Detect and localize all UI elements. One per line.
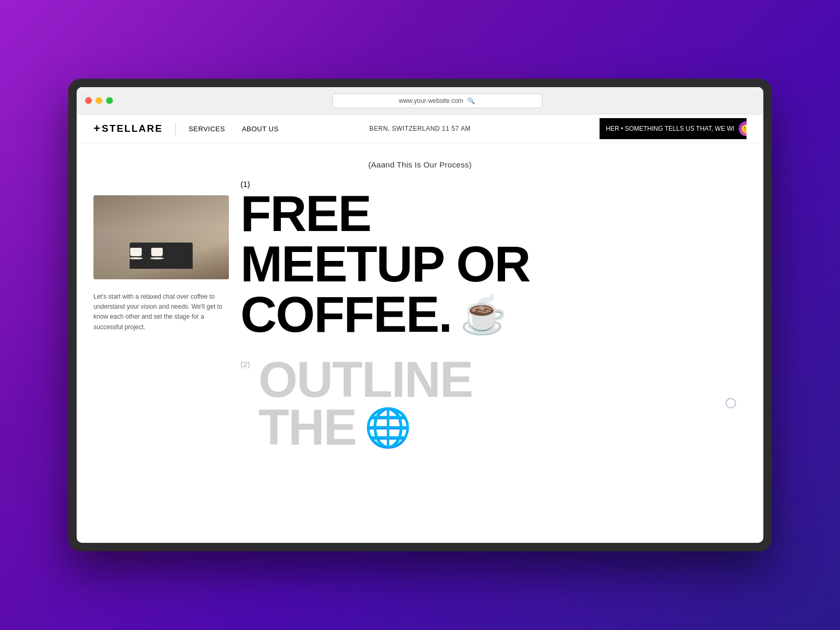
nav-services[interactable]: SERVICES bbox=[188, 125, 225, 133]
left-column: Let's start with a relaxed chat over cof… bbox=[93, 180, 240, 332]
circle-dot-indicator bbox=[726, 398, 736, 408]
step1-description: Let's start with a relaxed chat over cof… bbox=[93, 292, 229, 332]
cup-saucer-1 bbox=[129, 257, 143, 259]
logo-plus: + bbox=[93, 122, 101, 135]
cup-2 bbox=[151, 248, 164, 259]
main-content: (Aaand This Is Our Process) bbox=[77, 143, 763, 543]
step1-line3-text: COFFEE. bbox=[240, 289, 452, 340]
nav-ticker: HER • SOMETHING TELLS US THAT, WE WI 🤫 bbox=[600, 118, 747, 139]
logo[interactable]: + STELLARE bbox=[93, 122, 163, 135]
nav-about-us[interactable]: ABOUT US bbox=[242, 125, 279, 133]
step1-line1: FREE bbox=[240, 188, 747, 239]
content-layout: Let's start with a relaxed chat over cof… bbox=[77, 180, 763, 451]
process-subtitle: (Aaand This Is Our Process) bbox=[77, 160, 763, 169]
logo-name: STELLARE bbox=[102, 123, 163, 134]
laptop-frame: www.your-website.com 🔍 + STELLARE SERVIC… bbox=[68, 79, 772, 551]
address-bar[interactable]: www.your-website.com 🔍 bbox=[332, 93, 542, 108]
cup-body-2 bbox=[151, 248, 163, 256]
search-icon: 🔍 bbox=[467, 97, 475, 104]
coffee-photo bbox=[93, 195, 229, 279]
url-text: www.your-website.com bbox=[399, 97, 464, 104]
step-2-section: (2) OUTLINE THE 🌐 bbox=[240, 355, 747, 451]
step2-number: (2) bbox=[240, 360, 250, 369]
nav-location: BERN, SWITZERLAND 11 57 AM bbox=[369, 125, 470, 132]
website-content: + STELLARE SERVICES ABOUT US BERN, SWITZ… bbox=[77, 114, 763, 543]
cup-1 bbox=[130, 248, 143, 259]
step2-text-block: OUTLINE THE 🌐 bbox=[258, 355, 472, 451]
nav-links: SERVICES ABOUT US bbox=[188, 124, 279, 133]
maximize-button[interactable] bbox=[106, 97, 113, 104]
ticker-text: HER • SOMETHING TELLS US THAT, WE WI bbox=[606, 125, 734, 132]
step-1-section: (1) FREE MEETUP OR COFFEE. ☕ bbox=[240, 180, 747, 340]
coffee-cup-emoji: ☕ bbox=[460, 296, 506, 333]
coffee-photo-bg bbox=[93, 195, 229, 279]
browser-chrome: www.your-website.com 🔍 bbox=[77, 87, 763, 114]
ticker-avatar: 🤫 bbox=[739, 121, 747, 136]
step2-line2-text: THE bbox=[258, 403, 356, 451]
step2-line2: THE 🌐 bbox=[258, 403, 472, 451]
close-button[interactable] bbox=[85, 97, 92, 104]
ticker-emoji: 🤫 bbox=[741, 124, 747, 134]
minimize-button[interactable] bbox=[96, 97, 102, 104]
globe-emoji: 🌐 bbox=[364, 410, 411, 445]
right-column: (1) FREE MEETUP OR COFFEE. ☕ bbox=[240, 180, 747, 451]
step1-line2: MEETUP OR bbox=[240, 239, 747, 289]
traffic-lights bbox=[85, 97, 113, 104]
step2-line1: OUTLINE bbox=[258, 355, 472, 403]
navigation: + STELLARE SERVICES ABOUT US BERN, SWITZ… bbox=[77, 114, 763, 143]
step1-line2-text: MEETUP OR bbox=[240, 239, 530, 289]
laptop-screen: www.your-website.com 🔍 + STELLARE SERVIC… bbox=[77, 87, 763, 543]
cup-saucer-2 bbox=[150, 257, 164, 259]
nav-divider bbox=[175, 122, 176, 135]
step1-line3: COFFEE. ☕ bbox=[240, 289, 747, 340]
cup-body-1 bbox=[130, 248, 142, 256]
